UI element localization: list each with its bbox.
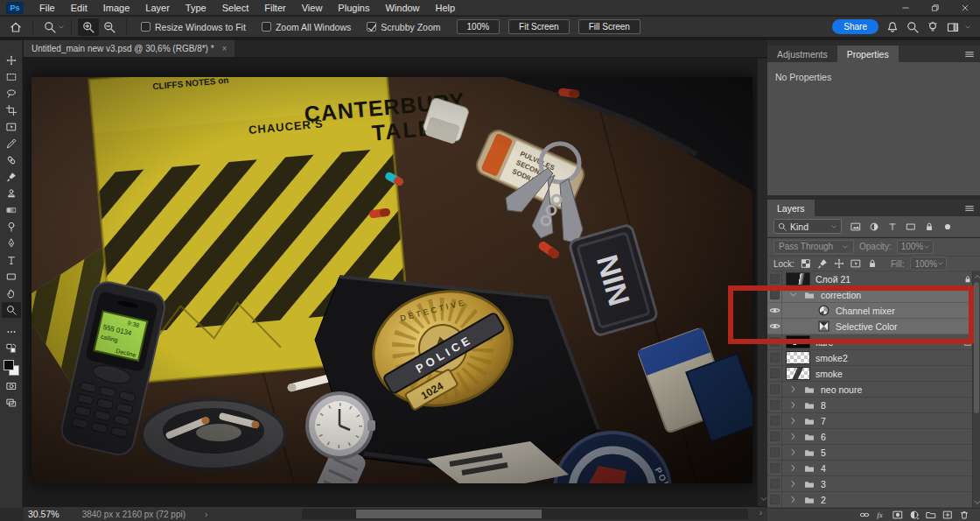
panel-menu-icon[interactable] bbox=[964, 49, 975, 60]
document-close-icon[interactable]: × bbox=[222, 44, 228, 53]
fill-field[interactable]: 100% bbox=[910, 257, 947, 271]
filter-adjustment-layers-icon[interactable] bbox=[869, 222, 879, 232]
foreground-color-swatch[interactable] bbox=[4, 360, 14, 370]
swap-colors-button[interactable] bbox=[2, 341, 21, 356]
menu-edit[interactable]: Edit bbox=[63, 0, 95, 16]
discover-lightbulb-icon[interactable] bbox=[927, 21, 939, 33]
visibility-toggle[interactable] bbox=[767, 476, 782, 491]
zoom-out-button[interactable] bbox=[99, 18, 120, 36]
tool-zoom[interactable] bbox=[2, 302, 21, 318]
filter-toggle-icon[interactable] bbox=[942, 222, 953, 232]
zoom-in-button[interactable] bbox=[78, 18, 99, 36]
tool-brush[interactable] bbox=[2, 169, 21, 185]
opacity-field[interactable]: 100% bbox=[897, 240, 934, 254]
menu-window[interactable]: Window bbox=[377, 0, 427, 16]
tool-move[interactable] bbox=[2, 53, 21, 68]
pasteboard[interactable]: CLIFFS NOTES on CHAUCER'S CANTERBURY TAL… bbox=[24, 59, 767, 506]
menu-view[interactable]: View bbox=[294, 0, 331, 16]
layer-row-7[interactable]: 7 bbox=[767, 413, 980, 429]
new-group-icon[interactable] bbox=[926, 510, 936, 520]
menu-help[interactable]: Help bbox=[428, 0, 464, 16]
filter-pixel-layers-icon[interactable] bbox=[850, 222, 861, 232]
tool-dodge[interactable] bbox=[2, 219, 21, 235]
layer-row-8[interactable]: 8 bbox=[767, 398, 980, 413]
visibility-toggle[interactable] bbox=[767, 271, 782, 286]
search-icon[interactable] bbox=[906, 21, 919, 33]
minimize-button[interactable] bbox=[891, 0, 920, 16]
tab-adjustments[interactable]: Adjustments bbox=[767, 46, 837, 62]
option-resize-windows-to-fit[interactable]: Resize Windows to Fit bbox=[141, 22, 246, 32]
new-adjustment-layer-icon[interactable] bbox=[909, 510, 920, 520]
menu-layer[interactable]: Layer bbox=[137, 0, 178, 16]
layer-row-5[interactable]: 5 bbox=[767, 445, 980, 461]
visibility-toggle[interactable] bbox=[767, 398, 782, 412]
filter-type-layers-icon[interactable] bbox=[887, 222, 898, 232]
menu-plugins[interactable]: Plugins bbox=[330, 0, 377, 16]
filter-shape-layers-icon[interactable] bbox=[906, 222, 916, 232]
tool-gradient[interactable] bbox=[2, 202, 21, 218]
home-button[interactable] bbox=[5, 18, 26, 36]
menu-select[interactable]: Select bbox=[214, 0, 257, 16]
menu-type[interactable]: Type bbox=[178, 0, 214, 16]
tool-eyedropper[interactable] bbox=[2, 136, 21, 151]
ps-logo[interactable]: Ps bbox=[6, 2, 24, 14]
canvas-horizontal-scrollbar[interactable] bbox=[302, 509, 748, 519]
screen-mode-button[interactable] bbox=[2, 395, 21, 411]
tool-marquee[interactable] bbox=[2, 69, 21, 85]
button-fit-screen[interactable]: Fit Screen bbox=[508, 19, 570, 34]
lock-artboard-icon[interactable] bbox=[850, 258, 861, 269]
menu-file[interactable]: File bbox=[32, 0, 63, 16]
lock-pixels-icon[interactable] bbox=[817, 258, 828, 269]
canvas-photo[interactable]: CLIFFS NOTES on CHAUCER'S CANTERBURY TAL… bbox=[32, 77, 752, 483]
checkbox[interactable] bbox=[367, 22, 376, 32]
layer-row-2[interactable]: 2 bbox=[767, 492, 980, 508]
close-button[interactable] bbox=[950, 0, 980, 16]
chevron-down-icon[interactable] bbox=[964, 24, 971, 31]
lock-position-icon[interactable] bbox=[834, 258, 844, 269]
layer-row-3[interactable]: 3 bbox=[767, 476, 980, 492]
visibility-toggle[interactable] bbox=[767, 445, 782, 460]
panel-menu-icon[interactable] bbox=[964, 203, 975, 214]
zoom-level[interactable]: 30.57% bbox=[28, 509, 60, 519]
tool-crop[interactable] bbox=[2, 102, 21, 118]
tab-layers[interactable]: Layers bbox=[767, 200, 815, 216]
visibility-toggle[interactable] bbox=[767, 492, 782, 507]
tool-type[interactable] bbox=[2, 252, 21, 268]
filter-kind-dropdown[interactable]: Kind bbox=[774, 219, 842, 234]
scroll-up-icon[interactable] bbox=[973, 272, 980, 281]
visibility-toggle[interactable] bbox=[767, 382, 782, 397]
option-scrubby-zoom[interactable]: Scrubby Zoom bbox=[367, 22, 440, 32]
hscroll-thumb[interactable] bbox=[356, 510, 542, 518]
lock-transparency-icon[interactable] bbox=[801, 258, 811, 269]
visibility-toggle[interactable] bbox=[767, 461, 782, 475]
color-swatches[interactable] bbox=[4, 360, 19, 376]
tool-stamp[interactable] bbox=[2, 186, 21, 201]
visibility-toggle[interactable] bbox=[767, 429, 782, 444]
document-tab[interactable]: Untitled_main new v3.psd @ 30,6% (RGB/8*… bbox=[24, 40, 234, 57]
button-fill-screen[interactable]: Fill Screen bbox=[578, 19, 640, 34]
visibility-toggle[interactable] bbox=[767, 413, 782, 428]
workspace-switcher-icon[interactable] bbox=[947, 21, 959, 33]
link-layers-icon[interactable] bbox=[859, 510, 870, 520]
status-flyout-icon[interactable]: › bbox=[205, 510, 207, 519]
tab-properties[interactable]: Properties bbox=[837, 46, 899, 62]
layer-style-fx-icon[interactable]: fx bbox=[876, 510, 886, 520]
checkbox[interactable] bbox=[262, 22, 271, 32]
blend-mode-dropdown[interactable]: Pass Through bbox=[774, 240, 854, 254]
tool-shape[interactable] bbox=[2, 269, 21, 285]
visibility-toggle[interactable] bbox=[767, 366, 782, 381]
add-mask-icon[interactable] bbox=[892, 510, 903, 520]
filter-smart-objects-icon[interactable] bbox=[924, 222, 934, 232]
chevron-down-icon[interactable] bbox=[58, 24, 65, 31]
layer-row-smoke2[interactable]: smoke2 bbox=[767, 350, 980, 366]
scroll-right-icon[interactable]: › bbox=[760, 508, 762, 517]
layer-thumbnail[interactable] bbox=[786, 272, 810, 285]
layer-thumbnail[interactable] bbox=[786, 367, 810, 380]
tool-pen[interactable] bbox=[2, 236, 21, 251]
notifications-bell-icon[interactable] bbox=[886, 21, 899, 33]
menu-image[interactable]: Image bbox=[95, 0, 138, 16]
new-layer-icon[interactable] bbox=[942, 510, 953, 520]
tool-lasso[interactable] bbox=[2, 86, 21, 102]
canvas-vertical-scrollbar[interactable] bbox=[757, 59, 767, 506]
layer-row-neo-noure[interactable]: neo noure bbox=[767, 382, 980, 398]
